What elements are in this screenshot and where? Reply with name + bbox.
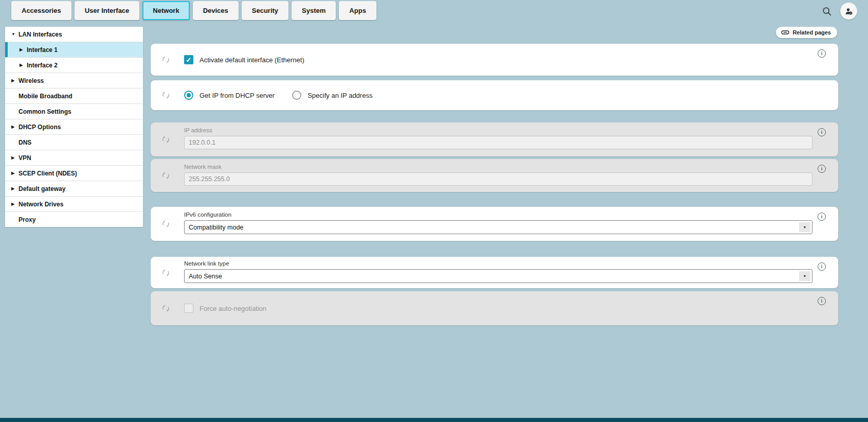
radio-static-ip-label: Specify an IP address	[308, 92, 372, 99]
sidebar-item-label: Interface 2	[27, 62, 58, 69]
sidebar-item-default-gateway[interactable]: ▶ Default gateway	[5, 181, 143, 196]
radio-option-dhcp[interactable]: Get IP from DHCP server	[184, 91, 275, 100]
tab-accessories[interactable]: Accessories	[11, 1, 71, 20]
sidebar-item-lan-interfaces[interactable]: ▼ LAN Interfaces	[5, 27, 143, 42]
card-force-auto-negotiation: Force auto-negotiation i	[151, 291, 838, 325]
activate-default-interface-label: Activate default interface (Ethernet)	[200, 56, 304, 64]
sidebar-item-wireless[interactable]: ▶ Wireless	[5, 73, 143, 88]
checkmark-icon: ✓	[186, 56, 192, 64]
sidebar-item-label: LAN Interfaces	[19, 31, 62, 38]
card-network-link-type: Network link type Auto Sense ▼ i	[151, 257, 838, 288]
main-content: Related pages ✓ Activate default interfa…	[151, 0, 838, 422]
sidebar-item-label: Default gateway	[19, 185, 65, 192]
ip-address-label: IP address	[184, 127, 812, 133]
chevron-right-icon: ▶	[11, 156, 19, 160]
refresh-status-icon	[162, 56, 170, 64]
sidebar-item-scep-client[interactable]: ▶ SCEP Client (NDES)	[5, 165, 143, 181]
sidebar-item-dns[interactable]: DNS	[5, 134, 143, 150]
sidebar-item-label: VPN	[19, 154, 31, 162]
related-pages-label: Related pages	[792, 29, 831, 36]
sidebar-item-label: DNS	[19, 139, 31, 146]
account-settings-button[interactable]	[840, 3, 857, 20]
chevron-right-icon: ▶	[11, 171, 19, 175]
refresh-status-icon	[162, 136, 170, 144]
sidebar-item-proxy[interactable]: Proxy	[5, 212, 143, 227]
chevron-down-icon: ▼	[11, 32, 19, 37]
network-mask-input	[184, 172, 812, 186]
info-icon[interactable]: i	[818, 165, 826, 173]
ip-address-input	[184, 136, 812, 149]
related-pages-button[interactable]: Related pages	[776, 27, 837, 38]
sidebar-item-label: DHCP Options	[19, 124, 61, 131]
chevron-right-icon: ▶	[20, 63, 27, 67]
chevron-right-icon: ▶	[11, 202, 19, 206]
force-auto-negotiation-label: Force auto-negotiation	[200, 305, 266, 312]
radio-dhcp[interactable]	[184, 91, 193, 100]
ip-assignment-radio-group: Get IP from DHCP server Specify an IP ad…	[184, 91, 372, 100]
card-ip-address: IP address i	[151, 122, 838, 156]
sidebar-item-common-settings[interactable]: Common Settings	[5, 103, 143, 119]
ipv6-configuration-label: IPv6 configuration	[184, 212, 812, 218]
sidebar-item-interface-2[interactable]: ▶ Interface 2	[5, 57, 143, 73]
radio-option-static-ip[interactable]: Specify an IP address	[292, 91, 372, 100]
sidebar-item-dhcp-options[interactable]: ▶ DHCP Options	[5, 119, 143, 134]
sidebar-item-label: Interface 1	[27, 46, 58, 54]
chevron-down-icon[interactable]: ▼	[799, 271, 810, 281]
refresh-status-icon	[162, 305, 170, 312]
tab-user-interface[interactable]: User Interface	[75, 1, 140, 20]
chevron-down-icon[interactable]: ▼	[799, 222, 810, 232]
chevron-right-icon: ▶	[11, 125, 19, 129]
sidebar-item-label: Common Settings	[19, 108, 71, 115]
sidebar-item-mobile-broadband[interactable]: Mobile Broadband	[5, 88, 143, 103]
card-network-mask: Network mask i	[151, 159, 838, 192]
info-icon[interactable]: i	[818, 128, 826, 136]
settings-nav-sidebar: ▼ LAN Interfaces ▶ Interface 1 ▶ Interfa…	[5, 27, 143, 227]
info-icon[interactable]: i	[818, 297, 826, 305]
sidebar-item-label: SCEP Client (NDES)	[19, 170, 77, 177]
user-gear-icon	[844, 7, 854, 16]
refresh-status-icon	[162, 220, 170, 228]
chevron-right-icon: ▶	[11, 187, 19, 191]
chevron-right-icon: ▶	[20, 48, 27, 52]
refresh-status-icon	[162, 269, 170, 276]
footer-bar	[0, 418, 868, 422]
refresh-status-icon	[162, 92, 170, 99]
sidebar-item-vpn[interactable]: ▶ VPN	[5, 150, 143, 165]
sidebar-item-label: Mobile Broadband	[19, 93, 73, 100]
sidebar-item-label: Proxy	[19, 216, 35, 223]
ipv6-configuration-select[interactable]: Compatibility mode ▼	[184, 220, 812, 234]
network-mask-label: Network mask	[184, 164, 812, 170]
card-ip-assignment: Get IP from DHCP server Specify an IP ad…	[151, 80, 838, 110]
network-link-type-select[interactable]: Auto Sense ▼	[184, 269, 812, 283]
chevron-right-icon: ▶	[11, 79, 19, 83]
radio-dhcp-label: Get IP from DHCP server	[200, 92, 275, 99]
radio-static-ip[interactable]	[292, 91, 301, 100]
info-icon[interactable]: i	[818, 262, 826, 271]
info-icon[interactable]: i	[818, 49, 826, 58]
ipv6-configuration-value: Compatibility mode	[189, 224, 243, 231]
refresh-status-icon	[162, 172, 170, 180]
activate-default-interface-checkbox[interactable]: ✓	[184, 55, 193, 64]
sidebar-item-label: Network Drives	[19, 201, 63, 208]
network-link-type-value: Auto Sense	[189, 273, 222, 280]
card-activate-default-interface: ✓ Activate default interface (Ethernet) …	[151, 44, 838, 76]
card-ipv6-configuration: IPv6 configuration Compatibility mode ▼ …	[151, 207, 838, 241]
info-icon[interactable]: i	[818, 213, 826, 221]
sidebar-item-interface-1[interactable]: ▶ Interface 1	[5, 42, 143, 57]
sidebar-item-label: Wireless	[19, 77, 44, 84]
force-auto-negotiation-checkbox	[184, 304, 193, 313]
sidebar-item-network-drives[interactable]: ▶ Network Drives	[5, 196, 143, 212]
network-link-type-label: Network link type	[184, 260, 812, 267]
link-icon	[781, 30, 789, 35]
